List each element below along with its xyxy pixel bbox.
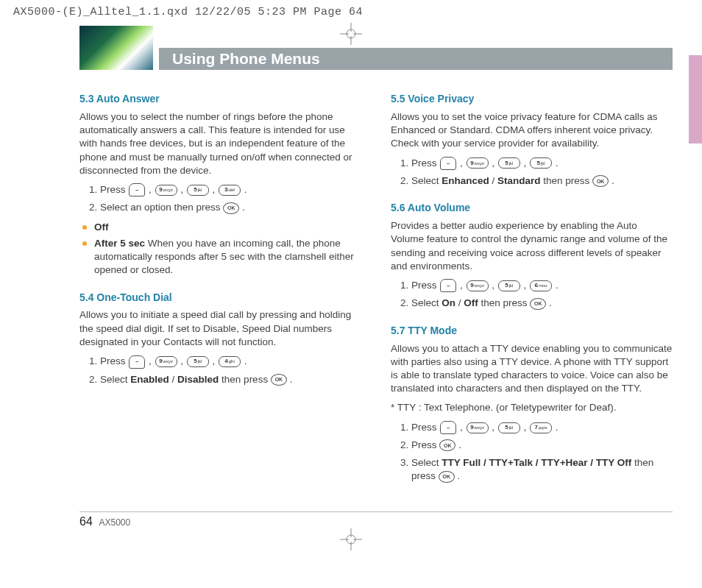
- page-number: 64: [79, 515, 93, 528]
- right-column: 5.5 Voice Privacy Allows you to set the …: [391, 92, 673, 489]
- softkey-icon: [129, 355, 145, 369]
- key-5-icon: 5jkl: [498, 280, 520, 291]
- step: Select TTY Full / TTY+Talk / TTY+Hear / …: [411, 456, 673, 483]
- step: Press , 9wxyz , 5jkl , 7pqrs .: [411, 421, 673, 434]
- bullet-item: Off: [82, 221, 361, 234]
- ok-key-icon: OK: [530, 298, 546, 310]
- header-thumbnail: [79, 26, 153, 70]
- ok-key-icon: OK: [439, 471, 455, 483]
- bullet-icon: [82, 241, 87, 246]
- crop-mark-top: [340, 23, 362, 48]
- header: Using Phone Menus: [79, 26, 673, 70]
- section-body: Allows you to set the voice privacy feat…: [391, 110, 673, 151]
- section-heading-5-5: 5.5 Voice Privacy: [391, 92, 673, 106]
- key-9-icon: 9wxyz: [467, 157, 489, 169]
- key-5-icon: 5jkl: [530, 157, 552, 169]
- step: Press , 9wxyz , 5jkl , 6mno .: [411, 279, 673, 292]
- key-7-icon: 7pqrs: [530, 422, 552, 433]
- left-column: 5.3 Auto Answer Allows you to select the…: [79, 92, 361, 489]
- page-footer: 64 AX5000: [79, 511, 673, 528]
- section-tab: [689, 55, 702, 144]
- page: Using Phone Menus 5.3 Auto Answer Allows…: [0, 26, 702, 550]
- key-9-icon: 9wxyz: [467, 280, 489, 291]
- section-body: Allows you to initiate a speed dial call…: [79, 308, 361, 349]
- section-body: Allows you to attach a TTY device enabli…: [391, 342, 673, 396]
- model-name: AX5000: [99, 517, 130, 528]
- step: Press , 9wxyz , 5jkl , 4ghi .: [100, 355, 361, 368]
- softkey-icon: [440, 157, 456, 170]
- section-heading-5-7: 5.7 TTY Mode: [391, 324, 673, 338]
- section-body: Allows you to select the number of rings…: [79, 110, 361, 177]
- footnote: * TTY : Text Telephone. (or Teletypewrit…: [391, 401, 673, 414]
- ok-key-icon: OK: [223, 202, 239, 214]
- bullet-item: After 5 sec When you have an incoming ca…: [82, 237, 361, 277]
- step: Select Enabled / Disabled then press OK …: [100, 373, 361, 386]
- key-9-icon: 9wxyz: [155, 185, 177, 196]
- section-heading-5-6: 5.6 Auto Volume: [391, 201, 673, 215]
- softkey-icon: [440, 421, 456, 434]
- crop-mark-bottom: [340, 528, 362, 550]
- step: Press , 9wxyz , 5jkl , 5jkl .: [411, 157, 673, 170]
- step: Select On / Off then press OK .: [411, 297, 673, 310]
- step: Select an option then press OK .: [100, 201, 361, 214]
- key-5-icon: 5jkl: [498, 157, 520, 169]
- step: Select Enhanced / Standard then press OK…: [411, 174, 673, 188]
- section-heading-5-4: 5.4 One-Touch Dial: [79, 291, 361, 305]
- print-slug: AX5000-(E)_Alltel_1.1.qxd 12/22/05 5:23 …: [0, 0, 702, 18]
- bullet-icon: [82, 225, 87, 230]
- ok-key-icon: OK: [439, 439, 455, 451]
- ok-key-icon: OK: [592, 175, 609, 187]
- ok-key-icon: OK: [271, 374, 287, 386]
- key-4-icon: 4ghi: [219, 356, 241, 367]
- page-title: Using Phone Menus: [159, 48, 673, 70]
- key-9-icon: 9wxyz: [467, 422, 489, 433]
- section-body: Provides a better audio experience by en…: [391, 219, 673, 273]
- key-3-icon: 3def: [219, 185, 241, 196]
- step: Press , 9wxyz , 5jkl , 3def .: [100, 183, 361, 196]
- key-6-icon: 6mno: [530, 280, 552, 291]
- key-5-icon: 5jkl: [187, 356, 209, 367]
- key-5-icon: 5jkl: [498, 422, 520, 433]
- step: Press OK .: [411, 439, 673, 452]
- softkey-icon: [129, 183, 145, 196]
- section-heading-5-3: 5.3 Auto Answer: [79, 92, 361, 106]
- key-5-icon: 5jkl: [187, 185, 209, 196]
- key-9-icon: 9wxyz: [155, 356, 177, 367]
- softkey-icon: [440, 279, 456, 292]
